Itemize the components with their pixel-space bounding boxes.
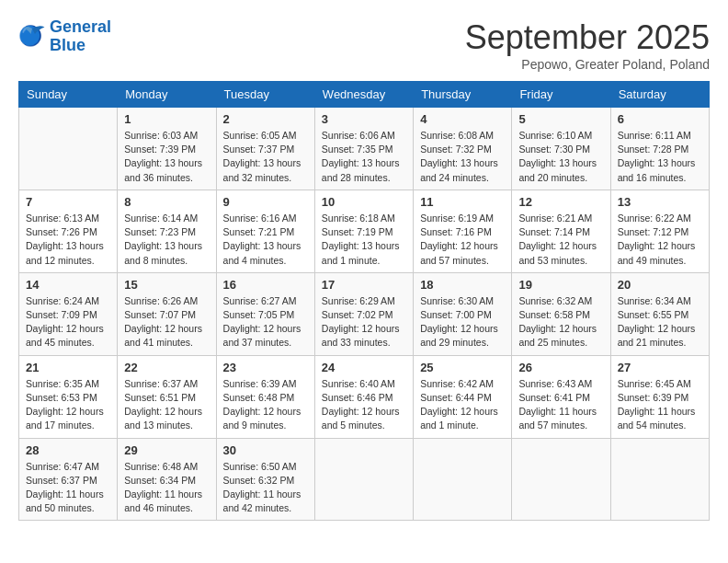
day-number: 13 xyxy=(618,195,702,209)
calendar-cell: 14Sunrise: 6:24 AM Sunset: 7:09 PM Dayli… xyxy=(19,272,118,355)
day-number: 10 xyxy=(322,195,406,209)
calendar-cell xyxy=(610,438,709,521)
day-info: Sunrise: 6:13 AM Sunset: 7:26 PM Dayligh… xyxy=(26,212,110,268)
day-number: 30 xyxy=(223,443,308,457)
day-info: Sunrise: 6:14 AM Sunset: 7:23 PM Dayligh… xyxy=(124,212,209,268)
day-number: 23 xyxy=(223,361,308,374)
calendar-cell: 19Sunrise: 6:32 AM Sunset: 6:58 PM Dayli… xyxy=(512,272,610,355)
day-info: Sunrise: 6:34 AM Sunset: 6:55 PM Dayligh… xyxy=(618,294,702,350)
calendar-table: SundayMondayTuesdayWednesdayThursdayFrid… xyxy=(18,81,710,521)
column-header-friday: Friday xyxy=(512,82,610,108)
day-number: 24 xyxy=(322,361,406,374)
day-info: Sunrise: 6:05 AM Sunset: 7:37 PM Dayligh… xyxy=(223,129,308,185)
calendar-cell: 4Sunrise: 6:08 AM Sunset: 7:32 PM Daylig… xyxy=(414,108,512,190)
calendar-cell: 6Sunrise: 6:11 AM Sunset: 7:28 PM Daylig… xyxy=(610,108,709,190)
day-info: Sunrise: 6:35 AM Sunset: 6:53 PM Dayligh… xyxy=(26,377,110,433)
calendar-cell xyxy=(414,438,512,521)
day-info: Sunrise: 6:50 AM Sunset: 6:32 PM Dayligh… xyxy=(223,460,308,516)
title-block: September 2025 Pepowo, Greater Poland, P… xyxy=(465,18,710,72)
calendar-cell: 26Sunrise: 6:43 AM Sunset: 6:41 PM Dayli… xyxy=(512,355,610,438)
day-info: Sunrise: 6:16 AM Sunset: 7:21 PM Dayligh… xyxy=(223,212,308,268)
day-info: Sunrise: 6:18 AM Sunset: 7:19 PM Dayligh… xyxy=(322,212,406,268)
column-header-saturday: Saturday xyxy=(610,82,709,108)
day-info: Sunrise: 6:11 AM Sunset: 7:28 PM Dayligh… xyxy=(618,129,702,185)
day-number: 12 xyxy=(518,195,603,209)
day-number: 5 xyxy=(518,112,603,126)
day-info: Sunrise: 6:40 AM Sunset: 6:46 PM Dayligh… xyxy=(322,377,406,433)
calendar-cell: 1Sunrise: 6:03 AM Sunset: 7:39 PM Daylig… xyxy=(118,108,216,190)
calendar-cell: 18Sunrise: 6:30 AM Sunset: 7:00 PM Dayli… xyxy=(414,272,512,355)
calendar-cell: 3Sunrise: 6:06 AM Sunset: 7:35 PM Daylig… xyxy=(314,108,413,190)
page-header: 🔵 General Blue September 2025 Pepowo, Gr… xyxy=(18,18,710,72)
calendar-cell: 16Sunrise: 6:27 AM Sunset: 7:05 PM Dayli… xyxy=(216,272,314,355)
day-info: Sunrise: 6:47 AM Sunset: 6:37 PM Dayligh… xyxy=(26,460,110,516)
day-info: Sunrise: 6:10 AM Sunset: 7:30 PM Dayligh… xyxy=(518,129,603,185)
day-info: Sunrise: 6:45 AM Sunset: 6:39 PM Dayligh… xyxy=(618,377,702,433)
day-number: 2 xyxy=(223,112,308,126)
calendar-cell xyxy=(512,438,610,521)
calendar-cell: 24Sunrise: 6:40 AM Sunset: 6:46 PM Dayli… xyxy=(314,355,413,438)
calendar-cell xyxy=(19,108,118,190)
day-number: 6 xyxy=(618,112,702,126)
calendar-cell: 5Sunrise: 6:10 AM Sunset: 7:30 PM Daylig… xyxy=(512,108,610,190)
day-info: Sunrise: 6:39 AM Sunset: 6:48 PM Dayligh… xyxy=(223,377,308,433)
logo: 🔵 General Blue xyxy=(18,18,111,55)
column-header-thursday: Thursday xyxy=(414,82,512,108)
column-header-tuesday: Tuesday xyxy=(216,82,314,108)
day-info: Sunrise: 6:06 AM Sunset: 7:35 PM Dayligh… xyxy=(322,129,406,185)
calendar-cell: 8Sunrise: 6:14 AM Sunset: 7:23 PM Daylig… xyxy=(118,190,216,272)
day-info: Sunrise: 6:30 AM Sunset: 7:00 PM Dayligh… xyxy=(420,294,505,350)
day-number: 9 xyxy=(223,195,308,209)
calendar-cell: 11Sunrise: 6:19 AM Sunset: 7:16 PM Dayli… xyxy=(414,190,512,272)
location: Pepowo, Greater Poland, Poland xyxy=(465,57,710,72)
day-info: Sunrise: 6:24 AM Sunset: 7:09 PM Dayligh… xyxy=(26,294,110,350)
day-number: 17 xyxy=(322,278,406,292)
day-number: 25 xyxy=(420,361,505,374)
day-info: Sunrise: 6:03 AM Sunset: 7:39 PM Dayligh… xyxy=(124,129,209,185)
day-info: Sunrise: 6:26 AM Sunset: 7:07 PM Dayligh… xyxy=(124,294,209,350)
calendar-cell: 29Sunrise: 6:48 AM Sunset: 6:34 PM Dayli… xyxy=(118,438,216,521)
day-info: Sunrise: 6:27 AM Sunset: 7:05 PM Dayligh… xyxy=(223,294,308,350)
calendar-cell: 15Sunrise: 6:26 AM Sunset: 7:07 PM Dayli… xyxy=(118,272,216,355)
calendar-cell: 13Sunrise: 6:22 AM Sunset: 7:12 PM Dayli… xyxy=(610,190,709,272)
day-number: 11 xyxy=(420,195,505,209)
day-info: Sunrise: 6:08 AM Sunset: 7:32 PM Dayligh… xyxy=(420,129,505,185)
day-number: 15 xyxy=(124,278,209,292)
column-header-monday: Monday xyxy=(118,82,216,108)
calendar-cell xyxy=(314,438,413,521)
day-info: Sunrise: 6:29 AM Sunset: 7:02 PM Dayligh… xyxy=(322,294,406,350)
day-number: 4 xyxy=(420,112,505,126)
day-number: 3 xyxy=(322,112,406,126)
column-header-wednesday: Wednesday xyxy=(314,82,413,108)
month-title: September 2025 xyxy=(465,18,710,57)
week-row-3: 14Sunrise: 6:24 AM Sunset: 7:09 PM Dayli… xyxy=(19,272,710,355)
day-number: 1 xyxy=(124,112,209,126)
calendar-cell: 25Sunrise: 6:42 AM Sunset: 6:44 PM Dayli… xyxy=(414,355,512,438)
calendar-cell: 7Sunrise: 6:13 AM Sunset: 7:26 PM Daylig… xyxy=(19,190,118,272)
calendar-cell: 17Sunrise: 6:29 AM Sunset: 7:02 PM Dayli… xyxy=(314,272,413,355)
day-number: 8 xyxy=(124,195,209,209)
day-number: 19 xyxy=(518,278,603,292)
day-number: 27 xyxy=(618,361,702,374)
calendar-cell: 28Sunrise: 6:47 AM Sunset: 6:37 PM Dayli… xyxy=(19,438,118,521)
calendar-cell: 12Sunrise: 6:21 AM Sunset: 7:14 PM Dayli… xyxy=(512,190,610,272)
day-info: Sunrise: 6:21 AM Sunset: 7:14 PM Dayligh… xyxy=(518,212,603,268)
day-number: 29 xyxy=(124,443,209,457)
day-info: Sunrise: 6:48 AM Sunset: 6:34 PM Dayligh… xyxy=(124,460,209,516)
week-row-4: 21Sunrise: 6:35 AM Sunset: 6:53 PM Dayli… xyxy=(19,355,710,438)
day-number: 16 xyxy=(223,278,308,292)
calendar-cell: 22Sunrise: 6:37 AM Sunset: 6:51 PM Dayli… xyxy=(118,355,216,438)
calendar-cell: 2Sunrise: 6:05 AM Sunset: 7:37 PM Daylig… xyxy=(216,108,314,190)
day-info: Sunrise: 6:42 AM Sunset: 6:44 PM Dayligh… xyxy=(420,377,505,433)
day-number: 7 xyxy=(26,195,110,209)
logo-icon: 🔵 xyxy=(18,23,46,51)
column-header-sunday: Sunday xyxy=(19,82,118,108)
calendar-cell: 23Sunrise: 6:39 AM Sunset: 6:48 PM Dayli… xyxy=(216,355,314,438)
day-info: Sunrise: 6:22 AM Sunset: 7:12 PM Dayligh… xyxy=(618,212,702,268)
day-number: 18 xyxy=(420,278,505,292)
header-row: SundayMondayTuesdayWednesdayThursdayFrid… xyxy=(19,82,710,108)
day-number: 22 xyxy=(124,361,209,374)
calendar-cell: 9Sunrise: 6:16 AM Sunset: 7:21 PM Daylig… xyxy=(216,190,314,272)
day-info: Sunrise: 6:37 AM Sunset: 6:51 PM Dayligh… xyxy=(124,377,209,433)
day-number: 21 xyxy=(26,361,110,374)
